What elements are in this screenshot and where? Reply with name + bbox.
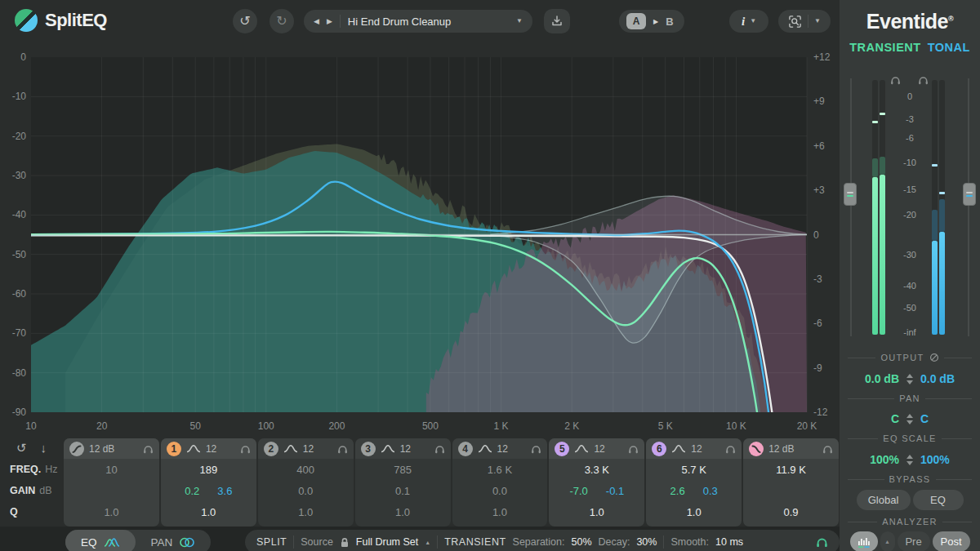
band-lp-header[interactable]: 12 dB	[743, 438, 839, 459]
band-5-q-value[interactable]: 1.0	[549, 501, 644, 522]
zoom-tool-button[interactable]: ▼	[778, 10, 831, 33]
pan-tonal-value[interactable]: C	[920, 412, 963, 425]
band-5-transient-gain[interactable]: -7.0	[569, 485, 587, 497]
tonal-meter-headphone-icon[interactable]	[918, 73, 929, 88]
band-2-freq-value[interactable]: 400	[258, 459, 354, 480]
band-3-solo-headphone-icon[interactable]	[434, 444, 445, 454]
bypass-eq-button[interactable]: EQ	[913, 490, 964, 510]
band-3-slope[interactable]: 12	[400, 443, 411, 455]
band-card-5[interactable]: 5123.3 K-7.0-0.11.0	[549, 438, 644, 527]
band-5-header[interactable]: 512	[549, 438, 644, 459]
band-5-solo-headphone-icon[interactable]	[628, 444, 639, 454]
eq-scale-stepper-icon[interactable]	[906, 455, 913, 465]
band-6-tonal-gain[interactable]: 0.3	[703, 485, 718, 497]
band-1-tonal-gain[interactable]: 3.6	[217, 485, 232, 497]
ab-copy-arrow-icon[interactable]: ▶	[653, 18, 658, 25]
band-card-1[interactable]: 1121890.23.61.0	[161, 438, 256, 527]
ab-compare[interactable]: A ▶ B	[619, 10, 684, 33]
analyzer-post-button[interactable]: Post	[933, 531, 970, 551]
band-hp-header[interactable]: 12 dB	[64, 438, 159, 459]
band-4-freq-value[interactable]: 1.6 K	[452, 459, 548, 480]
decay-value[interactable]: 30%	[636, 536, 657, 548]
tonal-stream-label[interactable]: TONAL	[928, 41, 970, 54]
zoom-dropdown-icon[interactable]: ▼	[814, 18, 821, 24]
band-hp-q-value[interactable]: 1.0	[64, 501, 159, 522]
band-6-header[interactable]: 612	[646, 438, 742, 459]
band-hp-solo-headphone-icon[interactable]	[143, 444, 154, 454]
collapse-strip-icon[interactable]: ↓	[41, 441, 47, 455]
band-2-header[interactable]: 212	[258, 438, 354, 459]
undo-button[interactable]: ↺	[233, 9, 257, 33]
zoom-frame-icon[interactable]	[788, 15, 802, 29]
tab-eq[interactable]: EQ	[65, 530, 136, 551]
band-3-freq-value[interactable]: 785	[355, 459, 451, 480]
band-card-hp[interactable]: 12 dB101.0	[64, 438, 159, 527]
ab-a-button[interactable]: A	[626, 13, 646, 29]
band-1-solo-headphone-icon[interactable]	[240, 444, 251, 454]
band-card-2[interactable]: 2124000.01.0	[258, 438, 354, 527]
band-3-q-value[interactable]: 1.0	[355, 501, 451, 522]
bypass-global-button[interactable]: Global	[857, 490, 911, 510]
band-lp-q-value[interactable]: 0.9	[743, 501, 839, 522]
analyzer-toggle-button[interactable]	[850, 531, 878, 551]
band-hp-highpass-icon[interactable]	[69, 442, 84, 456]
band-3-badge[interactable]: 3	[361, 442, 376, 456]
pan-transient-value[interactable]: C	[857, 412, 899, 425]
band-4-slope[interactable]: 12	[497, 443, 508, 455]
ab-b-button[interactable]: B	[666, 16, 676, 28]
band-1-q-value[interactable]: 1.0	[161, 501, 256, 522]
smooth-value[interactable]: 10 ms	[715, 536, 743, 548]
band-2-gain-value[interactable]: 0.0	[258, 480, 354, 501]
band-2-badge[interactable]: 2	[264, 442, 278, 456]
band-1-header[interactable]: 112	[161, 438, 256, 459]
reset-bands-icon[interactable]: ↺	[16, 441, 27, 455]
band-1-transient-gain[interactable]: 0.2	[185, 485, 199, 497]
output-bypass-icon[interactable]	[929, 353, 939, 362]
band-hp-slope[interactable]: 12 dB	[89, 443, 114, 455]
redo-button[interactable]: ↻	[270, 9, 294, 33]
eq-scale-transient-value[interactable]: 100%	[857, 453, 899, 466]
band-5-badge[interactable]: 5	[555, 442, 569, 456]
output-tonal-value[interactable]: 0.0 dB	[920, 372, 963, 385]
info-button[interactable]: i ▼	[729, 10, 768, 33]
band-1-gain-value[interactable]: 0.23.6	[161, 480, 256, 501]
band-4-q-value[interactable]: 1.0	[452, 501, 548, 522]
split-monitor-headphone-icon[interactable]	[816, 536, 828, 548]
band-4-badge[interactable]: 4	[458, 442, 473, 456]
eq-scale-tonal-value[interactable]: 100%	[920, 453, 963, 466]
output-transient-value[interactable]: 0.0 dB	[857, 372, 899, 385]
band-6-q-value[interactable]: 1.0	[646, 501, 742, 522]
info-dropdown-icon[interactable]: ▼	[750, 18, 756, 24]
band-2-slope[interactable]: 12	[303, 443, 314, 455]
analyzer-expand-icon[interactable]: ▲	[880, 531, 895, 551]
separation-value[interactable]: 50%	[571, 536, 591, 548]
source-select[interactable]: Full Drum Set	[356, 536, 418, 548]
eq-plot-svg[interactable]: 0-10-20-30-40-50-60-70-80-90+12+9+6+30-3…	[0, 0, 840, 437]
band-card-6[interactable]: 6125.7 K2.60.31.0	[646, 438, 742, 527]
band-4-header[interactable]: 412	[452, 438, 548, 459]
preset-name[interactable]: Hi End Drum Cleanup	[348, 16, 509, 28]
band-6-slope[interactable]: 12	[691, 443, 702, 455]
band-hp-gain-value[interactable]	[64, 480, 159, 501]
band-3-header[interactable]: 312	[355, 438, 451, 459]
preset-dropdown-icon[interactable]: ▼	[516, 18, 523, 24]
band-6-badge[interactable]: 6	[652, 442, 666, 456]
view-tabs[interactable]: EQ PAN	[65, 530, 211, 551]
band-2-solo-headphone-icon[interactable]	[337, 444, 348, 454]
output-stepper-icon[interactable]	[906, 374, 913, 384]
band-1-freq-value[interactable]: 189	[161, 459, 256, 480]
tonal-trim-track[interactable]	[968, 78, 969, 336]
preset-selector[interactable]: ◀ ▶ Hi End Drum Cleanup ▼	[304, 10, 532, 33]
band-6-freq-value[interactable]: 5.7 K	[646, 459, 742, 480]
band-5-freq-value[interactable]: 3.3 K	[549, 459, 644, 480]
preset-next-icon[interactable]: ▶	[327, 18, 332, 25]
band-5-tonal-gain[interactable]: -0.1	[606, 485, 624, 497]
transient-meter-trim-slider[interactable]	[844, 183, 857, 206]
band-card-4[interactable]: 4121.6 K0.01.0	[452, 438, 548, 527]
band-lp-gain-value[interactable]	[743, 480, 839, 501]
analyzer-pre-button[interactable]: Pre	[898, 531, 930, 551]
tab-pan[interactable]: PAN	[136, 530, 212, 551]
band-6-solo-headphone-icon[interactable]	[725, 444, 736, 454]
lock-icon[interactable]	[340, 537, 350, 548]
transient-stream-label[interactable]: TRANSIENT	[849, 41, 920, 54]
